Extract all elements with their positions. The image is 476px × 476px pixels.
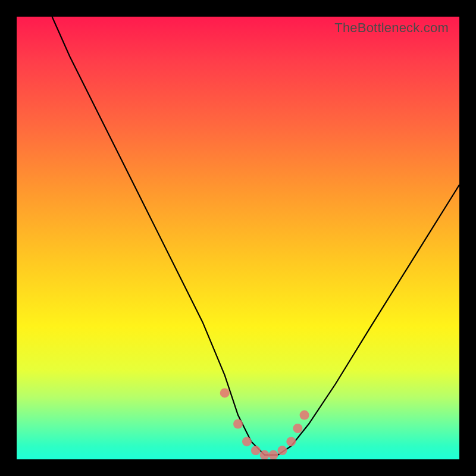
marker-dot xyxy=(220,388,230,397)
chart-frame: TheBottleneck.com xyxy=(0,0,476,476)
marker-dot xyxy=(300,411,309,420)
curve-layer xyxy=(17,17,459,459)
marker-dot xyxy=(269,450,278,459)
marker-dot xyxy=(277,446,287,455)
marker-group xyxy=(220,388,309,459)
marker-dot xyxy=(260,450,270,459)
marker-dot xyxy=(233,419,243,429)
marker-dot xyxy=(286,437,296,446)
bottleneck-curve xyxy=(52,17,460,455)
plot-area: TheBottleneck.com xyxy=(17,17,459,459)
marker-dot xyxy=(251,446,261,455)
marker-dot xyxy=(293,424,302,433)
marker-dot xyxy=(242,437,252,446)
